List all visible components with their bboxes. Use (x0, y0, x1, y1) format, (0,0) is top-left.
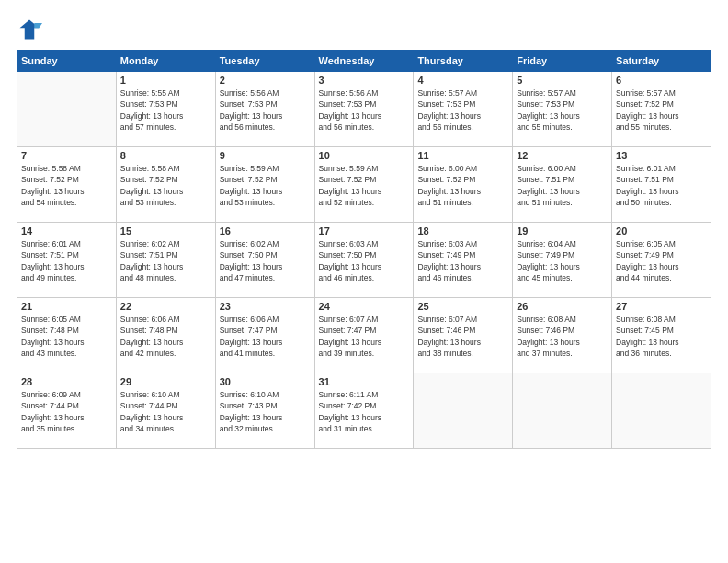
day-info: Sunrise: 6:08 AMSunset: 7:46 PMDaylight:… (517, 314, 608, 359)
calendar-cell: 7Sunrise: 5:58 AMSunset: 7:52 PMDaylight… (17, 147, 117, 223)
day-number: 28 (21, 376, 112, 387)
day-number: 6 (616, 75, 707, 86)
weekday-header-thursday: Thursday (414, 51, 513, 72)
day-number: 26 (517, 301, 608, 312)
weekday-header-tuesday: Tuesday (215, 51, 314, 72)
day-info: Sunrise: 6:07 AMSunset: 7:46 PMDaylight:… (417, 314, 508, 359)
day-info: Sunrise: 5:56 AMSunset: 7:53 PMDaylight:… (319, 87, 410, 132)
day-info: Sunrise: 6:06 AMSunset: 7:48 PMDaylight:… (120, 314, 211, 359)
calendar-cell (513, 373, 612, 449)
day-info: Sunrise: 6:03 AMSunset: 7:50 PMDaylight:… (319, 238, 410, 283)
calendar-cell: 2Sunrise: 5:56 AMSunset: 7:53 PMDaylight… (215, 72, 314, 147)
week-row-3: 14Sunrise: 6:01 AMSunset: 7:51 PMDayligh… (17, 223, 711, 298)
day-number: 14 (21, 225, 112, 236)
calendar-cell: 20Sunrise: 6:05 AMSunset: 7:49 PMDayligh… (612, 223, 711, 298)
week-row-2: 7Sunrise: 5:58 AMSunset: 7:52 PMDaylight… (17, 147, 711, 223)
day-info: Sunrise: 5:59 AMSunset: 7:52 PMDaylight:… (220, 163, 311, 208)
weekday-header-monday: Monday (116, 51, 215, 72)
calendar-cell: 30Sunrise: 6:10 AMSunset: 7:43 PMDayligh… (215, 373, 314, 449)
day-info: Sunrise: 6:08 AMSunset: 7:45 PMDaylight:… (616, 314, 707, 359)
calendar-cell: 19Sunrise: 6:04 AMSunset: 7:49 PMDayligh… (513, 223, 612, 298)
day-number: 18 (417, 225, 508, 236)
weekday-header-wednesday: Wednesday (314, 51, 414, 72)
day-number: 19 (517, 225, 608, 236)
calendar-cell: 3Sunrise: 5:56 AMSunset: 7:53 PMDaylight… (314, 72, 414, 147)
day-number: 21 (21, 301, 112, 312)
week-row-5: 28Sunrise: 6:09 AMSunset: 7:44 PMDayligh… (17, 373, 711, 449)
day-number: 9 (220, 150, 311, 161)
weekday-header-sunday: Sunday (17, 51, 117, 72)
calendar-cell: 9Sunrise: 5:59 AMSunset: 7:52 PMDaylight… (215, 147, 314, 223)
calendar-cell: 4Sunrise: 5:57 AMSunset: 7:53 PMDaylight… (414, 72, 513, 147)
day-number: 3 (319, 75, 410, 86)
calendar-cell: 21Sunrise: 6:05 AMSunset: 7:48 PMDayligh… (17, 298, 117, 373)
calendar-cell: 14Sunrise: 6:01 AMSunset: 7:51 PMDayligh… (17, 223, 117, 298)
day-number: 13 (616, 150, 707, 161)
day-number: 1 (120, 75, 211, 86)
day-info: Sunrise: 6:10 AMSunset: 7:43 PMDaylight:… (220, 389, 311, 434)
day-info: Sunrise: 6:11 AMSunset: 7:42 PMDaylight:… (319, 389, 410, 434)
calendar-cell: 31Sunrise: 6:11 AMSunset: 7:42 PMDayligh… (314, 373, 414, 449)
week-row-1: 1Sunrise: 5:55 AMSunset: 7:53 PMDaylight… (17, 72, 711, 147)
day-number: 7 (21, 150, 112, 161)
weekday-header-saturday: Saturday (612, 51, 711, 72)
day-number: 10 (319, 150, 410, 161)
day-info: Sunrise: 5:57 AMSunset: 7:52 PMDaylight:… (616, 87, 707, 132)
calendar-cell: 18Sunrise: 6:03 AMSunset: 7:49 PMDayligh… (414, 223, 513, 298)
svg-marker-1 (34, 23, 42, 28)
calendar-cell (612, 373, 711, 449)
day-info: Sunrise: 6:00 AMSunset: 7:52 PMDaylight:… (417, 163, 508, 208)
calendar-cell: 22Sunrise: 6:06 AMSunset: 7:48 PMDayligh… (116, 298, 215, 373)
calendar-cell: 11Sunrise: 6:00 AMSunset: 7:52 PMDayligh… (414, 147, 513, 223)
day-info: Sunrise: 5:58 AMSunset: 7:52 PMDaylight:… (120, 163, 211, 208)
day-number: 29 (120, 376, 211, 387)
weekday-header-friday: Friday (513, 51, 612, 72)
day-info: Sunrise: 5:59 AMSunset: 7:52 PMDaylight:… (319, 163, 410, 208)
day-number: 12 (517, 150, 608, 161)
day-info: Sunrise: 6:09 AMSunset: 7:44 PMDaylight:… (21, 389, 112, 434)
calendar-cell: 23Sunrise: 6:06 AMSunset: 7:47 PMDayligh… (215, 298, 314, 373)
day-info: Sunrise: 6:01 AMSunset: 7:51 PMDaylight:… (21, 238, 112, 283)
day-info: Sunrise: 5:57 AMSunset: 7:53 PMDaylight:… (417, 87, 508, 132)
calendar: SundayMondayTuesdayWednesdayThursdayFrid… (17, 50, 711, 449)
day-info: Sunrise: 6:05 AMSunset: 7:48 PMDaylight:… (21, 314, 112, 359)
calendar-cell: 24Sunrise: 6:07 AMSunset: 7:47 PMDayligh… (314, 298, 414, 373)
calendar-cell: 8Sunrise: 5:58 AMSunset: 7:52 PMDaylight… (116, 147, 215, 223)
day-number: 30 (220, 376, 311, 387)
week-row-4: 21Sunrise: 6:05 AMSunset: 7:48 PMDayligh… (17, 298, 711, 373)
day-number: 2 (220, 75, 311, 86)
day-info: Sunrise: 6:02 AMSunset: 7:50 PMDaylight:… (220, 238, 311, 283)
day-info: Sunrise: 6:00 AMSunset: 7:51 PMDaylight:… (517, 163, 608, 208)
calendar-cell: 13Sunrise: 6:01 AMSunset: 7:51 PMDayligh… (612, 147, 711, 223)
day-number: 23 (220, 301, 311, 312)
calendar-cell: 27Sunrise: 6:08 AMSunset: 7:45 PMDayligh… (612, 298, 711, 373)
day-number: 15 (120, 225, 211, 236)
day-number: 22 (120, 301, 211, 312)
calendar-cell: 28Sunrise: 6:09 AMSunset: 7:44 PMDayligh… (17, 373, 117, 449)
day-info: Sunrise: 6:03 AMSunset: 7:49 PMDaylight:… (417, 238, 508, 283)
day-number: 4 (417, 75, 508, 86)
day-number: 5 (517, 75, 608, 86)
day-number: 24 (319, 301, 410, 312)
day-number: 27 (616, 301, 707, 312)
day-number: 16 (220, 225, 311, 236)
day-info: Sunrise: 5:55 AMSunset: 7:53 PMDaylight:… (120, 87, 211, 132)
logo-icon (17, 17, 42, 42)
calendar-cell (17, 72, 117, 147)
day-number: 8 (120, 150, 211, 161)
calendar-cell: 10Sunrise: 5:59 AMSunset: 7:52 PMDayligh… (314, 147, 414, 223)
calendar-cell: 1Sunrise: 5:55 AMSunset: 7:53 PMDaylight… (116, 72, 215, 147)
calendar-cell: 12Sunrise: 6:00 AMSunset: 7:51 PMDayligh… (513, 147, 612, 223)
calendar-cell: 15Sunrise: 6:02 AMSunset: 7:51 PMDayligh… (116, 223, 215, 298)
calendar-cell: 29Sunrise: 6:10 AMSunset: 7:44 PMDayligh… (116, 373, 215, 449)
calendar-cell: 6Sunrise: 5:57 AMSunset: 7:52 PMDaylight… (612, 72, 711, 147)
calendar-cell: 16Sunrise: 6:02 AMSunset: 7:50 PMDayligh… (215, 223, 314, 298)
day-number: 17 (319, 225, 410, 236)
svg-marker-0 (20, 20, 40, 40)
day-info: Sunrise: 6:05 AMSunset: 7:49 PMDaylight:… (616, 238, 707, 283)
calendar-cell: 5Sunrise: 5:57 AMSunset: 7:53 PMDaylight… (513, 72, 612, 147)
weekday-header-row: SundayMondayTuesdayWednesdayThursdayFrid… (17, 51, 711, 72)
page: SundayMondayTuesdayWednesdayThursdayFrid… (0, 0, 728, 563)
day-info: Sunrise: 5:58 AMSunset: 7:52 PMDaylight:… (21, 163, 112, 208)
day-number: 25 (417, 301, 508, 312)
